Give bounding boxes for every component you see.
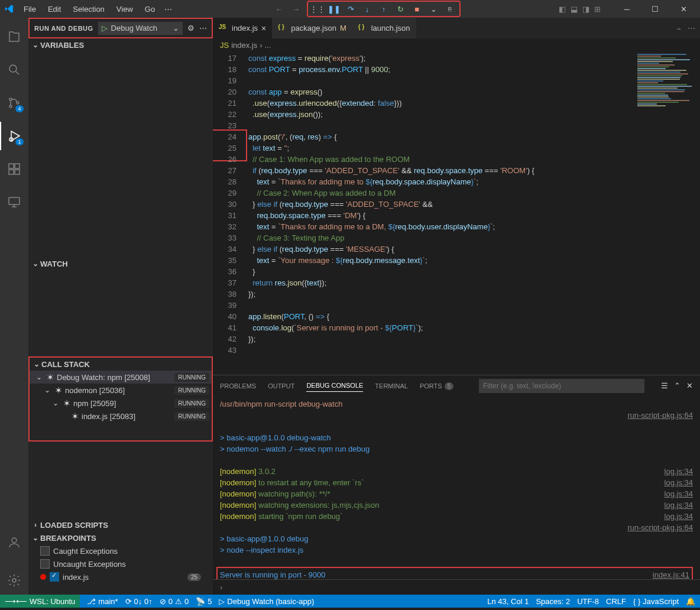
language-indicator[interactable]: { }JavaScript — [633, 597, 679, 606]
checkbox[interactable] — [50, 572, 59, 582]
menu-file[interactable]: File — [19, 2, 41, 16]
vscode-logo — [5, 4, 14, 14]
split-editor-icon[interactable]: ⫠ — [675, 24, 683, 33]
console-input[interactable]: › — [213, 579, 700, 595]
callstack-header[interactable]: ⌄CALL STACK — [30, 358, 212, 371]
editor-tabs: JSindex.js×{ }package.jsonM{ }launch.jso… — [213, 18, 700, 38]
source-link[interactable]: log.js:34 — [665, 499, 693, 511]
indent-indicator[interactable]: Spaces: 2 — [536, 597, 570, 606]
close-button[interactable]: ✕ — [672, 0, 695, 18]
panel-tab-debug-console[interactable]: DEBUG CONSOLE — [306, 379, 363, 392]
svg-point-2 — [9, 105, 12, 108]
settings-icon[interactable] — [0, 566, 28, 595]
debug-console[interactable]: /usr/bin/npm run-script debug-watchrun-s… — [213, 396, 700, 579]
panel-tab-output[interactable]: OUTPUT — [268, 380, 294, 392]
callstack-item[interactable]: ⌄npm [25059]RUNNING — [30, 397, 212, 410]
stop-icon[interactable]: ■ — [412, 4, 422, 14]
panel-tab-problems[interactable]: PROBLEMS — [220, 380, 256, 392]
filter-input[interactable] — [479, 379, 644, 393]
source-link[interactable]: run-script-pkg.js:64 — [627, 522, 693, 533]
step-over-icon[interactable]: ↷ — [346, 4, 355, 14]
svg-point-13 — [57, 388, 60, 391]
panel-up-icon[interactable]: ⌃ — [674, 381, 680, 390]
notifications-icon[interactable]: 🔔 — [686, 597, 695, 606]
layout-sidebar-right-icon[interactable]: ◨ — [582, 5, 589, 14]
encoding-indicator[interactable]: UTF-8 — [577, 597, 599, 606]
extensions-icon[interactable] — [0, 155, 28, 183]
tab-launch-json[interactable]: { }launch.json — [352, 18, 416, 38]
ports-indicator[interactable]: 📡5 — [196, 597, 212, 606]
checkbox[interactable] — [40, 559, 50, 569]
status-badge: RUNNING — [174, 373, 209, 382]
layout-panel-icon[interactable]: ⬓ — [571, 5, 578, 14]
activity-bar: 4 1 — [0, 18, 28, 595]
menu-selection[interactable]: Selection — [68, 2, 109, 16]
menu-view[interactable]: View — [112, 2, 138, 16]
more-icon[interactable]: ⋯ — [199, 24, 207, 33]
minimap[interactable] — [635, 51, 700, 375]
run-debug-icon[interactable]: 1 — [0, 122, 28, 150]
cursor-position[interactable]: Ln 43, Col 1 — [487, 597, 529, 606]
drag-handle-icon[interactable]: ⋮⋮ — [313, 4, 322, 14]
debug-status[interactable]: ▷Debug Watch (basic-app) — [219, 597, 314, 606]
git-sync[interactable]: ⟳0↓ 0↑ — [125, 597, 153, 606]
source-link[interactable]: index.js:41 — [653, 569, 689, 579]
debug-dropdown-icon[interactable]: ⌄ — [429, 4, 438, 14]
source-link[interactable]: log.js:34 — [665, 511, 693, 522]
debug-config-dropdown[interactable]: ▷ Debug Watch ⌄ — [98, 22, 183, 35]
breakpoint-uncaught[interactable]: Uncaught Exceptions — [28, 557, 213, 570]
watch-header[interactable]: ⌄WATCH — [28, 257, 213, 270]
debug-config-name: Debug Watch — [111, 24, 157, 33]
minimize-button[interactable]: ─ — [615, 0, 639, 18]
problems-indicator[interactable]: ⊘0⚠0 — [160, 597, 189, 606]
eol-indicator[interactable]: CRLF — [606, 597, 626, 606]
source-link[interactable]: log.js:34 — [665, 488, 693, 499]
restart-icon[interactable]: ↻ — [396, 4, 405, 14]
loaded-scripts-header[interactable]: ›LOADED SCRIPTS — [28, 518, 213, 531]
remote-explorer-icon[interactable] — [0, 188, 28, 216]
source-link[interactable]: log.js:34 — [665, 477, 693, 488]
git-branch[interactable]: ⎇main* — [87, 597, 118, 606]
layout-customize-icon[interactable]: ⊞ — [594, 5, 601, 14]
gear-icon[interactable]: ⚙ — [187, 24, 195, 33]
menu-edit[interactable]: Edit — [43, 2, 66, 16]
variables-header[interactable]: ⌄VARIABLES — [28, 38, 213, 51]
breadcrumb[interactable]: JS index.js › ... — [213, 38, 700, 51]
source-control-icon[interactable]: 4 — [0, 89, 28, 117]
maximize-button[interactable]: ☐ — [643, 0, 667, 18]
layout-sidebar-left-icon[interactable]: ◧ — [559, 5, 566, 14]
nav-back[interactable]: ← — [275, 5, 283, 14]
modified-indicator: M — [340, 24, 346, 33]
panel-close-icon[interactable]: ✕ — [686, 381, 693, 390]
nav-forward[interactable]: → — [292, 5, 300, 14]
source-link[interactable]: log.js:34 — [665, 466, 693, 477]
search-icon[interactable] — [0, 56, 28, 84]
panel-tab-terminal[interactable]: TERMINAL — [375, 380, 408, 392]
panel-tab-ports[interactable]: PORTS5 — [420, 380, 453, 392]
breakpoint-caught[interactable]: Caught Exceptions — [28, 544, 213, 557]
accounts-icon[interactable] — [0, 528, 28, 557]
breakpoint-file[interactable]: index.js25 — [28, 570, 213, 583]
debug-config-icon[interactable]: ⎘ — [445, 4, 455, 14]
menu-overflow[interactable]: ⋯ — [160, 2, 177, 16]
close-icon[interactable]: × — [261, 24, 266, 33]
step-out-icon[interactable]: ↑ — [379, 4, 388, 14]
tab-package-json[interactable]: { }package.jsonM — [272, 18, 352, 38]
more-actions-icon[interactable]: ⋯ — [688, 24, 695, 33]
callstack-item[interactable]: ⌄Debug Watch: npm [25008]RUNNING — [30, 371, 212, 384]
svg-rect-5 — [9, 164, 14, 168]
explorer-icon[interactable] — [0, 22, 28, 51]
callstack-item[interactable]: ⌄nodemon [25036]RUNNING — [30, 384, 212, 397]
checkbox[interactable] — [40, 546, 50, 556]
menu-go[interactable]: Go — [140, 2, 160, 16]
clear-console-icon[interactable]: ☰ — [661, 381, 668, 390]
callstack-item[interactable]: index.js [25083]RUNNING — [30, 410, 212, 423]
step-into-icon[interactable]: ↓ — [362, 4, 372, 14]
code-editor[interactable]: 1718192021222324252627282930313233343536… — [213, 51, 700, 375]
svg-rect-8 — [15, 170, 20, 174]
tab-index-js[interactable]: JSindex.js× — [213, 18, 272, 38]
source-link[interactable]: run-script-pkg.js:64 — [627, 410, 693, 421]
pause-icon[interactable]: ❚❚ — [329, 4, 339, 14]
breakpoints-header[interactable]: ⌄BREAKPOINTS — [28, 531, 213, 544]
remote-indicator[interactable]: ⟶⟵WSL: Ubuntu — [0, 595, 80, 608]
